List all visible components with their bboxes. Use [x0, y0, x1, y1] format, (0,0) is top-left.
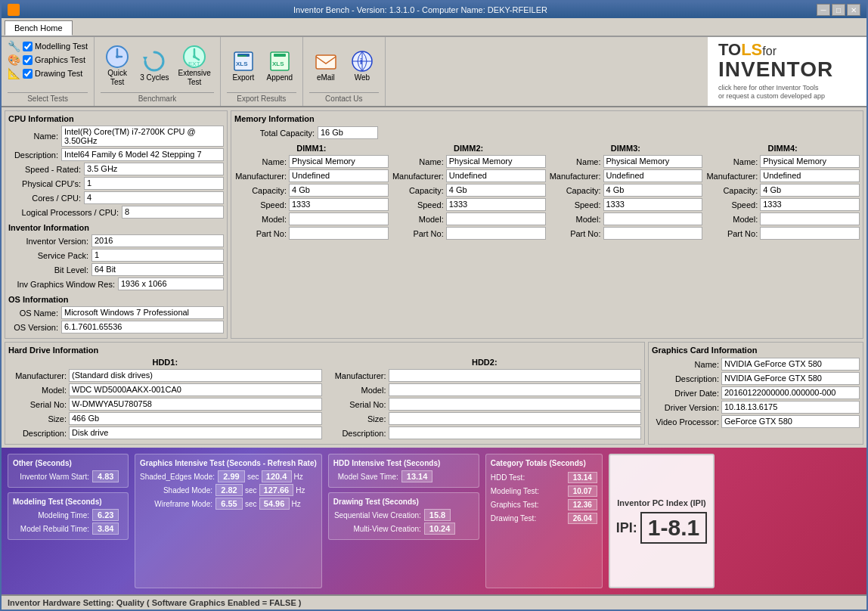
shaded-edges-value: 2.99 [218, 470, 245, 482]
benchmark-buttons: QuickTest 3 Cycles EXT ExtensiveTest [101, 40, 214, 91]
dimm1-cap-label: Capacity: [234, 186, 289, 195]
cpu-desc-row: Description: Intel64 Family 6 Model 42 S… [8, 148, 224, 161]
dimm4-cap-value: 4 Gb [760, 184, 860, 197]
hdd-test-label: HDD Test: [491, 473, 525, 482]
gpu-vidproc-value: GeForce GTX 580 [721, 415, 860, 428]
wireframe-hz: 54.96 [259, 498, 290, 510]
dimm4-model-row: Model: [705, 212, 860, 225]
svg-rect-11 [274, 54, 286, 57]
export-section: XLS Export XLS Append Export Results [221, 37, 303, 106]
cpu-panel: CPU Information Name: Intel(R) Core(TM) … [5, 110, 228, 339]
extensive-test-button[interactable]: EXT ExtensiveTest [175, 43, 213, 88]
gpu-date-row: Driver Date: 20160122000000.000000-000 [652, 386, 860, 399]
modelling-test-checkbox[interactable] [23, 42, 33, 51]
export-icon: XLS [231, 49, 256, 73]
three-cycles-icon [142, 49, 166, 73]
hdd1-serial-value: W-DMWYA5U780758 [69, 398, 322, 411]
benchmark-label: Benchmark [101, 92, 214, 103]
hdd1-size-value: 466 Gb [69, 412, 322, 425]
dimm4-mfr-value: Undefined [760, 169, 860, 182]
dimm3-speed-label: Speed: [549, 200, 603, 209]
model-rebuild-label: Model Rebuild Time: [13, 525, 92, 533]
quick-test-button[interactable]: QuickTest [101, 43, 134, 88]
dimm2-name-row: Name: Physical Memory [392, 155, 546, 168]
cpu-physical-value: 1 [84, 177, 224, 190]
dimm3-mfr-row: Manufacturer: Undefined [549, 169, 703, 182]
cpu-speed-label: Speed - Rated: [8, 165, 84, 174]
select-tests-section: 🔧 Modelling Test 🎨 Graphics Test 📐 Drawi… [2, 37, 95, 106]
test-checkboxes: 🔧 Modelling Test 🎨 Graphics Test 📐 Drawi… [8, 40, 88, 91]
os-version-label: OS Version: [8, 323, 61, 332]
modeling-time-row: Modeling Time: 6.23 [13, 509, 123, 521]
inv-bit-value: 64 Bit [91, 263, 224, 276]
dimm2-speed-value: 1333 [446, 198, 546, 211]
wireframe-row: Wireframe Mode: 6.55 sec 54.96 Hz [140, 498, 317, 510]
hdd2-model-row: Model: [328, 383, 642, 396]
dimm2-model-row: Model: [392, 212, 546, 225]
three-cycles-label: 3 Cycles [140, 73, 169, 82]
seq-view-value: 15.8 [424, 509, 451, 521]
cpu-name-value: Intel(R) Core(TM) i7-2700K CPU @ 3.50GHz [61, 126, 224, 147]
cpu-name-label: Name: [8, 132, 61, 141]
email-button[interactable]: eMail [309, 48, 343, 84]
warm-start-label: Inventor Warm Start: [13, 473, 92, 481]
ipi-title: Inventor PC Index (IPI) [617, 498, 705, 507]
inventor-section-title: Inventor Information [8, 223, 224, 232]
three-cycles-button[interactable]: 3 Cycles [137, 48, 172, 84]
gpu-name-row: Name: NVIDIA GeForce GTX 580 [652, 358, 860, 371]
wireframe-label: Wireframe Mode: [140, 500, 215, 508]
os-name-row: OS Name: Microsoft Windows 7 Professiona… [8, 306, 224, 319]
dimm3-speed-row: Speed: 1333 [549, 198, 703, 211]
drawing-test-checkbox-row[interactable]: 📐 Drawing Test [8, 67, 88, 79]
graphics-intensive-title: Graphics Intensive Test (Seconds - Refre… [140, 459, 317, 467]
dimm3-mfr-label: Manufacturer: [549, 172, 603, 181]
hdd1-desc-row: Description: Disk drive [8, 426, 322, 439]
tab-bench-home[interactable]: Bench Home [5, 20, 73, 36]
wireframe-value: 6.55 [215, 498, 243, 510]
modelling-test-checkbox-row[interactable]: 🔧 Modelling Test [8, 40, 88, 52]
graphics-test-checkbox[interactable] [23, 55, 33, 65]
inv-sp-row: Service Pack: 1 [8, 249, 224, 262]
status-bar-text: Inventor Hardware Setting: Quality ( Sof… [8, 598, 301, 607]
minimize-button[interactable]: ─ [817, 4, 830, 16]
cpu-physical-label: Physical CPU's: [8, 179, 84, 188]
shaded-value: 2.82 [215, 484, 243, 496]
dimm3-name-row: Name: Physical Memory [549, 155, 703, 168]
maximize-button[interactable]: □ [832, 4, 845, 16]
cpu-desc-value: Intel64 Family 6 Model 42 Stepping 7 [61, 148, 224, 161]
hdd-intensive-title: HDD Intensive Test (Seconds) [333, 459, 474, 467]
logo-tools-text: TO [718, 42, 741, 58]
extensive-test-label: ExtensiveTest [178, 69, 210, 87]
web-button[interactable]: i Web [346, 48, 379, 84]
dimm4-model-value [760, 212, 860, 225]
svg-marker-2 [143, 57, 147, 61]
close-button[interactable]: ✕ [847, 4, 860, 16]
dimm2-model-label: Model: [392, 215, 446, 224]
dimm3-mfr-value: Undefined [603, 169, 703, 182]
dimm4-part-row: Part No: [705, 227, 860, 240]
hdd1-model-row: Model: WDC WD5000AAKX-001CA0 [8, 383, 322, 396]
logo-area[interactable]: TOLS for INVENTOR click here for other I… [708, 37, 866, 106]
seq-view-label: Sequential View Creation: [333, 511, 424, 520]
drawing-test-checkbox[interactable] [23, 69, 33, 79]
hdd-columns: HDD1: Manufacturer: (Standard disk drive… [8, 358, 641, 441]
graphics-test-checkbox-row[interactable]: 🎨 Graphics Test [8, 54, 88, 66]
dimm1-title: DIMM1: [234, 144, 389, 153]
dimm1-speed-label: Speed: [234, 200, 289, 209]
append-button[interactable]: XLS Append [263, 48, 296, 84]
extensive-test-icon: EXT [182, 45, 206, 69]
export-button[interactable]: XLS Export [227, 48, 260, 84]
hdd2-size-row: Size: [328, 412, 642, 425]
dimm2-mfr-value: Undefined [446, 169, 546, 182]
os-version-value: 6.1.7601.65536 [61, 321, 224, 333]
dimm1-part-label: Part No: [234, 229, 289, 238]
logo-line1: TOLS for [718, 42, 777, 58]
hdd1-column: HDD1: Manufacturer: (Standard disk drive… [8, 358, 322, 441]
dimm1-part-row: Part No: [234, 227, 389, 240]
wireframe-hz-unit: Hz [292, 500, 301, 508]
cpu-name-row: Name: Intel(R) Core(TM) i7-2700K CPU @ 3… [8, 126, 224, 147]
benchmark-section: QuickTest 3 Cycles EXT ExtensiveTest Ben… [95, 37, 221, 106]
shaded-edges-label: Shaded_Edges Mode: [140, 473, 218, 481]
dimm4-part-label: Part No: [705, 229, 760, 238]
cpu-speed-value: 3.5 GHz [84, 163, 224, 175]
